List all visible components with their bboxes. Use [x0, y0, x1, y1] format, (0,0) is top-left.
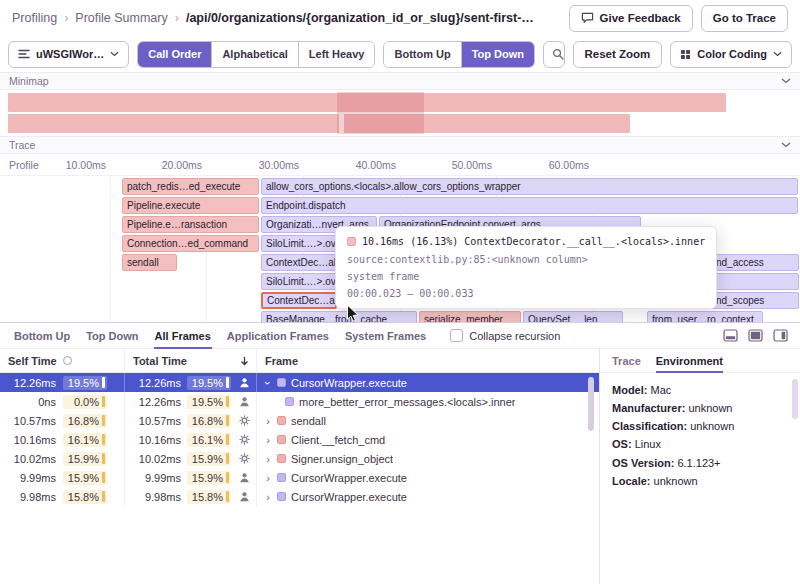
- frame-color-swatch: [277, 473, 286, 482]
- environment-field: OS: Linux: [612, 435, 788, 453]
- table-row[interactable]: 12.26ms19.5%12.26ms19.5%›CursorWrapper.e…: [0, 373, 599, 392]
- self-time-value: 10.02ms: [12, 453, 56, 465]
- flame-frame[interactable]: Connection…ed_command: [122, 235, 259, 252]
- expand-chevron-icon[interactable]: ›: [264, 453, 272, 465]
- environment-field: Classification: unknown: [612, 417, 788, 435]
- sort-alphabetical[interactable]: Alphabetical: [211, 42, 297, 67]
- sort-descending-icon[interactable]: [240, 356, 249, 366]
- expand-chevron-icon[interactable]: ›: [264, 415, 272, 427]
- system-frame-icon: [237, 453, 251, 464]
- collapse-chevron-icon[interactable]: [781, 142, 791, 148]
- tab-bottom-up[interactable]: Bottom Up: [6, 323, 78, 348]
- collapse-chevron-icon[interactable]: [781, 78, 791, 84]
- details-tab-trace[interactable]: Trace: [612, 349, 641, 372]
- table-row[interactable]: 9.99ms15.9%9.99ms15.9%›CursorWrapper.exe…: [0, 468, 599, 487]
- layout-maximize-icon[interactable]: [748, 329, 763, 342]
- sort-call-order[interactable]: Call Order: [138, 42, 211, 67]
- tab-application-frames[interactable]: Application Frames: [219, 323, 337, 348]
- flame-frame[interactable]: from_user…ro_context: [647, 311, 763, 322]
- minimap-block: [337, 92, 424, 134]
- give-feedback-button[interactable]: Give Feedback: [569, 5, 693, 32]
- percent-value: 16.1%: [68, 434, 99, 446]
- sort-left-heavy[interactable]: Left Heavy: [298, 42, 375, 67]
- details-scrollbar[interactable]: [792, 379, 798, 419]
- flame-frame[interactable]: [711, 273, 799, 290]
- flame-frame[interactable]: ContextDec…als>.i…: [261, 254, 337, 271]
- self-time-sort-icon[interactable]: [63, 356, 72, 365]
- minimap-canvas[interactable]: [0, 90, 800, 136]
- expand-chevron-icon[interactable]: ›: [264, 472, 272, 484]
- self-time-percent: 15.9%: [63, 471, 107, 485]
- mouse-cursor: [346, 304, 360, 323]
- frame-name: CursorWrapper.execute: [291, 491, 407, 503]
- field-label: OS:: [612, 438, 632, 450]
- percent-value: 16.1%: [192, 434, 223, 446]
- flame-frame[interactable]: patch_redis…ed_execute: [122, 178, 259, 195]
- flame-frame[interactable]: BaseManage…from_cache: [261, 311, 417, 322]
- field-value: Mac: [651, 384, 672, 396]
- frame-cell: ›CursorWrapper.execute: [257, 487, 599, 506]
- table-row[interactable]: 10.02ms15.9%10.02ms15.9%›Signer.unsign_o…: [0, 449, 599, 468]
- minimap-title: Minimap: [9, 75, 49, 87]
- view-segment: Bottom UpTop Down: [383, 41, 535, 68]
- self-time-column-header[interactable]: Self Time: [0, 349, 125, 372]
- table-scrollbar[interactable]: [588, 377, 594, 431]
- trace-title: Trace: [9, 139, 35, 151]
- collapse-recursion-checkbox[interactable]: [450, 329, 463, 342]
- flame-frame[interactable]: nd_scopes: [711, 292, 799, 309]
- layout-dock-bottom-icon[interactable]: [723, 329, 738, 342]
- flame-frame[interactable]: Endpoint.dispatch: [261, 197, 798, 214]
- thread-selector-label: uWSGIWor…: [36, 48, 104, 60]
- tab-system-frames[interactable]: System Frames: [337, 323, 434, 348]
- frame-color-swatch: [347, 237, 356, 246]
- flame-frame[interactable]: QuerySet.__len__: [523, 311, 623, 322]
- expand-chevron-icon[interactable]: ›: [264, 434, 272, 446]
- layout-options: [723, 329, 794, 342]
- percent-value: 15.9%: [192, 453, 223, 465]
- table-row[interactable]: 10.57ms16.8%10.57ms16.8%›sendall: [0, 411, 599, 430]
- details-tab-environment[interactable]: Environment: [656, 349, 723, 372]
- system-frame-icon: [237, 415, 251, 426]
- collapse-recursion-toggle[interactable]: Collapse recursion: [450, 329, 560, 342]
- table-row[interactable]: 10.16ms16.1%10.16ms16.1%›Client.__fetch_…: [0, 430, 599, 449]
- field-value: Linux: [635, 438, 661, 450]
- flame-frame[interactable]: sendall: [122, 254, 177, 271]
- table-row[interactable]: 9.98ms15.8%9.98ms15.8%›CursorWrapper.exe…: [0, 487, 599, 506]
- total-time-column-header[interactable]: Total Time: [125, 349, 257, 372]
- minimap-section-bar[interactable]: Minimap: [0, 72, 800, 90]
- flame-graph[interactable]: patch_redis…ed_executeallow_cors_options…: [0, 176, 800, 322]
- view-top-down[interactable]: Top Down: [461, 42, 534, 67]
- flame-frame[interactable]: ContextDec…als>.i: [261, 292, 337, 309]
- breadcrumb-item-profiling[interactable]: Profiling: [12, 11, 57, 25]
- breadcrumb-item-profile-summary[interactable]: Profile Summary: [75, 11, 167, 25]
- tab-top-down[interactable]: Top Down: [78, 323, 146, 348]
- flame-frame[interactable]: nd_access: [711, 254, 799, 271]
- trace-section-bar[interactable]: Trace: [0, 136, 800, 154]
- flame-frame[interactable]: serialize_member: [419, 311, 521, 322]
- flame-frame[interactable]: Pipeline.execute: [122, 197, 259, 214]
- frame-column-header[interactable]: Frame: [257, 355, 599, 367]
- reset-zoom-button[interactable]: Reset Zoom: [573, 41, 663, 68]
- application-frame-icon: [237, 472, 251, 483]
- color-coding-dropdown[interactable]: Color Coding: [670, 41, 792, 68]
- total-time-value: 10.16ms: [137, 434, 181, 446]
- self-time-cell: 10.16ms16.1%: [0, 430, 125, 449]
- color-swatches-icon: [680, 49, 691, 60]
- table-row[interactable]: 0ns0.0%12.26ms19.5%more_better_error_mes…: [0, 392, 599, 411]
- flame-frame[interactable]: allow_cors_options.<locals>.allow_cors_o…: [261, 178, 798, 195]
- thread-list-icon: [18, 49, 30, 59]
- expand-chevron-icon[interactable]: ›: [262, 379, 274, 387]
- flame-frame[interactable]: SiloLimit.…>.over: [261, 273, 337, 290]
- layout-dock-right-icon[interactable]: [773, 329, 788, 342]
- expand-chevron-icon[interactable]: ›: [264, 491, 272, 503]
- breadcrumb-item--api-0-organizations-org[interactable]: /api/0/organizations/{organization_id_or…: [186, 11, 534, 25]
- frame-color-swatch: [277, 492, 286, 501]
- total-time-value: 12.26ms: [137, 377, 181, 389]
- percent-bar-icon: [226, 396, 229, 407]
- flame-frame[interactable]: Pipeline.e…ransaction: [122, 216, 259, 233]
- go-to-trace-button[interactable]: Go to Trace: [701, 5, 788, 32]
- view-bottom-up[interactable]: Bottom Up: [384, 42, 460, 67]
- find-frames-search[interactable]: [543, 41, 564, 68]
- tab-all-frames[interactable]: All Frames: [147, 323, 219, 348]
- thread-selector-dropdown[interactable]: uWSGIWor…: [8, 41, 129, 68]
